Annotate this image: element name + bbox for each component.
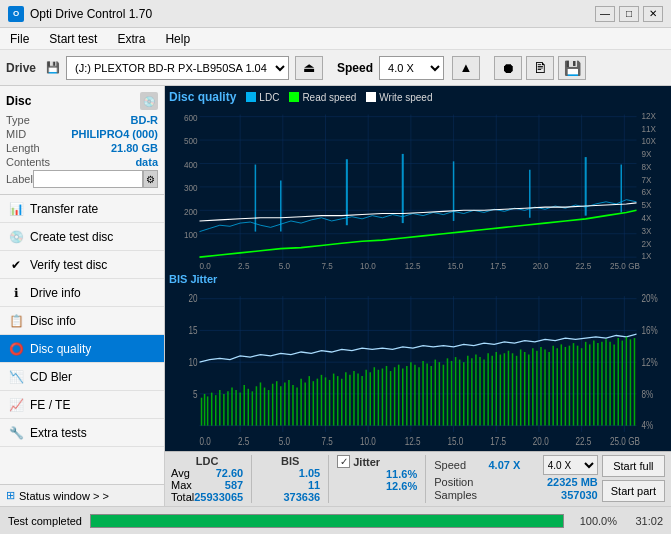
svg-text:10X: 10X [642, 136, 657, 146]
bis-header: BIS [260, 455, 320, 467]
jitter-checkbox[interactable]: ✓ [337, 455, 350, 468]
menu-start-test[interactable]: Start test [43, 30, 103, 48]
svg-text:9X: 9X [642, 149, 652, 159]
nav-create-test-disc[interactable]: 💿 Create test disc [0, 223, 164, 251]
speed-select[interactable]: 4.0 X [379, 56, 444, 80]
label-settings-button[interactable]: ⚙ [143, 170, 158, 188]
jitter-header: Jitter [353, 456, 380, 468]
jitter-avg-row: 11.6% [337, 468, 417, 480]
status-window-icon: ⊞ [6, 489, 15, 502]
start-full-button[interactable]: Start full [602, 455, 665, 477]
bis-max-value: 11 [308, 479, 320, 491]
start-part-button[interactable]: Start part [602, 480, 665, 502]
label-field-label: Label [6, 173, 33, 185]
nav-disc-info[interactable]: 📋 Disc info [0, 307, 164, 335]
drive-select[interactable]: (J:) PLEXTOR BD-R PX-LB950SA 1.04 [66, 56, 289, 80]
close-button[interactable]: ✕ [643, 6, 663, 22]
nav-verify-test-disc[interactable]: ✔ Verify test disc [0, 251, 164, 279]
legend-write: Write speed [366, 92, 432, 103]
speed-select-stats[interactable]: 4.0 X [543, 455, 598, 475]
svg-text:2X: 2X [642, 238, 652, 248]
svg-text:5.0: 5.0 [279, 436, 290, 447]
nav-transfer-rate[interactable]: 📊 Transfer rate [0, 195, 164, 223]
chart1-header: Disc quality LDC Read speed Write speed [169, 90, 667, 104]
contents-label: Contents [6, 156, 50, 168]
legend-read: Read speed [289, 92, 356, 103]
app-icon: O [8, 6, 24, 22]
chart2-container: 20 15 10 5 20% 16% 12% 8% 4% 0.0 2.5 5.0… [169, 286, 667, 451]
chart2-header: BIS Jitter [169, 273, 667, 285]
svg-text:20.0: 20.0 [533, 436, 549, 447]
menu-help[interactable]: Help [159, 30, 196, 48]
nav-extra-tests[interactable]: 🔧 Extra tests [0, 419, 164, 447]
svg-text:500: 500 [184, 136, 198, 146]
svg-text:0.0: 0.0 [199, 436, 210, 447]
disc-title: Disc [6, 94, 31, 108]
legend-ldc-label: LDC [259, 92, 279, 103]
speed-up-button[interactable]: ▲ [452, 56, 480, 80]
divider-3 [425, 455, 426, 503]
length-value: 21.80 GB [111, 142, 158, 154]
contents-value: data [135, 156, 158, 168]
svg-text:0.0: 0.0 [199, 261, 211, 271]
svg-text:12.5: 12.5 [405, 261, 421, 271]
title-bar-controls[interactable]: — □ ✕ [595, 6, 663, 22]
length-label: Length [6, 142, 40, 154]
svg-text:6X: 6X [642, 187, 652, 197]
svg-text:4X: 4X [642, 213, 652, 223]
svg-text:22.5: 22.5 [576, 261, 592, 271]
ldc-total-value: 25933065 [194, 491, 243, 503]
eject-button[interactable]: ⏏ [295, 56, 323, 80]
svg-text:11X: 11X [642, 123, 657, 133]
main-area: Disc 💿 Type BD-R MID PHILIPRO4 (000) Len… [0, 86, 671, 506]
svg-text:7.5: 7.5 [321, 261, 333, 271]
svg-text:25.0 GB: 25.0 GB [610, 261, 640, 271]
progress-percent: 100.0% [572, 515, 617, 527]
nav-drive-info[interactable]: ℹ Drive info [0, 279, 164, 307]
progress-bar-fill [91, 515, 563, 527]
chart2-svg: 20 15 10 5 20% 16% 12% 8% 4% 0.0 2.5 5.0… [169, 286, 667, 451]
svg-text:20: 20 [188, 294, 197, 305]
charts-wrapper: Disc quality LDC Read speed Write speed [165, 86, 671, 451]
disc-length-row: Length 21.80 GB [6, 142, 158, 154]
legend-read-label: Read speed [302, 92, 356, 103]
speed-label: Speed [337, 61, 373, 75]
bis-max-row: 11 [260, 479, 320, 491]
app-title: Opti Drive Control 1.70 [30, 7, 152, 21]
svg-text:16%: 16% [642, 325, 658, 336]
disc-info-panel: Disc 💿 Type BD-R MID PHILIPRO4 (000) Len… [0, 86, 164, 195]
start-buttons: Start full Start part [602, 455, 665, 502]
nav-disc-quality[interactable]: ⭕ Disc quality [0, 335, 164, 363]
drive-icon: 💾 [46, 61, 60, 74]
drive-bar: Drive 💾 (J:) PLEXTOR BD-R PX-LB950SA 1.0… [0, 50, 671, 86]
status-window-button[interactable]: ⊞ Status window > > [0, 484, 164, 506]
svg-text:2.5: 2.5 [238, 436, 249, 447]
label-input[interactable] [33, 170, 143, 188]
action-btn-2[interactable]: 🖹 [526, 56, 554, 80]
disc-label-row: Label ⚙ [6, 170, 158, 188]
chart1-title: Disc quality [169, 90, 236, 104]
jitter-max-row: 12.6% [337, 480, 417, 492]
status-window-label: Status window > > [19, 490, 109, 502]
menu-extra[interactable]: Extra [111, 30, 151, 48]
nav-list: 📊 Transfer rate 💿 Create test disc ✔ Ver… [0, 195, 164, 447]
nav-fe-te[interactable]: 📈 FE / TE [0, 391, 164, 419]
create-test-disc-icon: 💿 [8, 229, 24, 245]
minimize-button[interactable]: — [595, 6, 615, 22]
disc-icon-btn[interactable]: 💿 [140, 92, 158, 110]
nav-cd-bler[interactable]: 📉 CD Bler [0, 363, 164, 391]
maximize-button[interactable]: □ [619, 6, 639, 22]
svg-text:7X: 7X [642, 174, 652, 184]
action-btn-1[interactable]: ⏺ [494, 56, 522, 80]
speed-label: Speed [434, 459, 466, 471]
disc-contents-row: Contents data [6, 156, 158, 168]
ldc-avg-row: Avg 72.60 [171, 467, 243, 479]
svg-rect-0 [169, 106, 667, 271]
save-button[interactable]: 💾 [558, 56, 586, 80]
title-bar-left: O Opti Drive Control 1.70 [8, 6, 152, 22]
svg-text:25.0 GB: 25.0 GB [610, 436, 640, 447]
menu-file[interactable]: File [4, 30, 35, 48]
svg-text:300: 300 [184, 183, 198, 193]
ldc-total-row: Total 25933065 [171, 491, 243, 503]
stats-ldc-col: LDC Avg 72.60 Max 587 Total 25933065 [171, 455, 243, 503]
